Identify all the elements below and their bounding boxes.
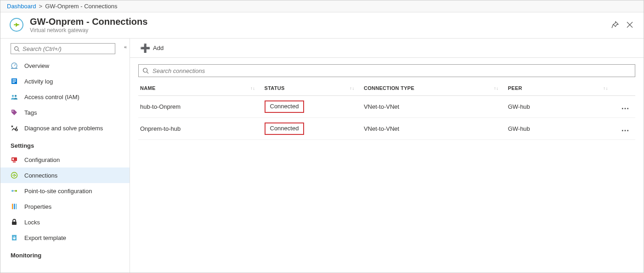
sidebar-item-tags[interactable]: Tags — [0, 105, 130, 120]
sidebar-item-activitylog[interactable]: Activity log — [0, 73, 130, 89]
sidebar-item-properties[interactable]: Properties — [0, 199, 130, 214]
connections-table: NAME↑↓ STATUS↑↓ CONNECTION TYPE↑↓ PEER↑↓ — [138, 81, 635, 140]
sidebar-item-label: Configuration — [24, 156, 60, 163]
table-row[interactable]: hub-to-OnpremConnectedVNet-to-VNetGW-hub… — [138, 96, 635, 118]
search-icon — [142, 67, 149, 74]
sidebar-item-export[interactable]: Export template — [0, 230, 130, 245]
row-more-button[interactable]: … — [621, 102, 630, 111]
properties-icon — [11, 203, 18, 210]
connections-icon — [11, 172, 18, 179]
sort-icon: ↑↓ — [250, 86, 255, 91]
sidebar-item-locks[interactable]: Locks — [0, 214, 130, 230]
filter-box[interactable] — [138, 64, 635, 77]
search-icon — [14, 46, 20, 52]
sort-icon: ↑↓ — [603, 86, 608, 91]
sidebar-item-label: Locks — [24, 219, 40, 226]
p2s-icon — [11, 187, 18, 195]
close-button[interactable] — [622, 17, 637, 32]
col-peer[interactable]: PEER↑↓ — [506, 81, 616, 96]
sidebar-item-label: Tags — [24, 109, 37, 116]
cell-status: Connected — [263, 96, 362, 118]
cell-peer: GW-hub — [506, 96, 616, 118]
sidebar-item-label: Properties — [24, 203, 51, 210]
export-icon — [11, 234, 18, 241]
sidebar-item-label: Export template — [24, 234, 66, 241]
tags-icon — [11, 109, 18, 116]
sort-icon: ↑↓ — [494, 86, 499, 91]
svg-point-0 — [15, 46, 18, 50]
add-button-label: Add — [153, 45, 164, 51]
sidebar-item-connections[interactable]: Connections — [0, 167, 130, 183]
breadcrumb-root[interactable]: Dashboard — [7, 3, 36, 10]
sidebar-group-monitoring: Monitoring — [0, 245, 130, 262]
sidebar-item-label: Overview — [24, 62, 49, 69]
locks-icon — [11, 218, 18, 226]
configuration-icon — [11, 156, 18, 163]
sidebar: « OverviewActivity logAccess control (IA… — [0, 39, 130, 273]
plus-icon: ➕ — [140, 44, 150, 52]
breadcrumb-separator: > — [39, 3, 43, 10]
cell-status: Connected — [263, 117, 362, 139]
sidebar-group-settings: Settings — [0, 136, 130, 152]
sidebar-item-iam[interactable]: Access control (IAM) — [0, 89, 130, 105]
sidebar-search-input[interactable] — [23, 45, 112, 52]
resource-type-icon — [10, 18, 23, 32]
filter-input[interactable] — [153, 67, 631, 74]
cell-type: VNet-to-VNet — [362, 96, 506, 118]
page-title: GW-Onprem - Connections — [30, 16, 147, 27]
page-header: GW-Onprem - Connections Virtual network … — [0, 12, 644, 39]
svg-point-1 — [143, 68, 147, 72]
sidebar-collapse-button[interactable]: « — [124, 44, 127, 50]
sidebar-item-label: Diagnose and solve problems — [24, 125, 103, 132]
iam-icon — [11, 93, 18, 100]
main-content: ➕ Add NAME↑↓ STATUS↑↓ — [130, 39, 644, 273]
sidebar-item-label: Connections — [24, 172, 57, 179]
col-name[interactable]: NAME↑↓ — [138, 81, 263, 96]
sidebar-item-configuration[interactable]: Configuration — [0, 152, 130, 167]
breadcrumb-current: GW-Onprem - Connections — [45, 3, 117, 10]
activitylog-icon — [11, 78, 18, 85]
sidebar-item-label: Access control (IAM) — [24, 94, 79, 100]
cell-type: VNet-to-VNet — [362, 117, 506, 139]
sidebar-item-label: Activity log — [24, 78, 53, 85]
col-status[interactable]: STATUS↑↓ — [263, 81, 362, 96]
breadcrumb: Dashboard > GW-Onprem - Connections — [0, 0, 644, 12]
page-subtitle: Virtual network gateway — [30, 27, 147, 33]
toolbar: ➕ Add — [130, 39, 644, 58]
overview-icon — [11, 62, 18, 69]
cell-name: hub-to-Onprem — [138, 96, 263, 118]
cell-name: Onprem-to-hub — [138, 117, 263, 139]
sidebar-item-p2s[interactable]: Point-to-site configuration — [0, 183, 130, 199]
add-button[interactable]: ➕ Add — [136, 42, 167, 54]
table-row[interactable]: Onprem-to-hubConnectedVNet-to-VNetGW-hub… — [138, 117, 635, 139]
col-type[interactable]: CONNECTION TYPE↑↓ — [362, 81, 506, 96]
sort-icon: ↑↓ — [350, 86, 355, 91]
pin-button[interactable] — [608, 17, 622, 32]
sidebar-search[interactable] — [11, 43, 115, 54]
row-more-button[interactable]: … — [621, 124, 630, 133]
sidebar-item-label: Point-to-site configuration — [24, 188, 92, 195]
diagnose-icon — [11, 124, 18, 132]
sidebar-item-overview[interactable]: Overview — [0, 58, 130, 73]
cell-peer: GW-hub — [506, 117, 616, 139]
sidebar-item-diagnose[interactable]: Diagnose and solve problems — [0, 120, 130, 136]
